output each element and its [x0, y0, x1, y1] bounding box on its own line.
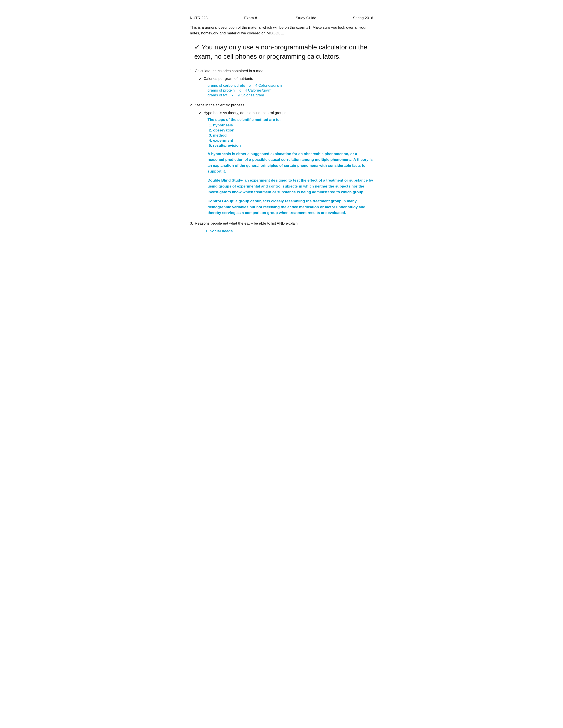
- document-header: NUTR 225 Exam #1 Study Guide Spring 2016: [190, 16, 373, 20]
- section-1-text: Calculate the calories contained in a me…: [195, 69, 264, 73]
- hypothesis-paragraph: A hypothesis is either a suggested expla…: [207, 151, 373, 174]
- calories-check-text: Calories per gram of nutrients: [203, 77, 253, 81]
- page-container: NUTR 225 Exam #1 Study Guide Spring 2016…: [177, 0, 386, 252]
- section-3-number: 3.: [190, 221, 193, 226]
- reasons-list: Social needs: [210, 229, 373, 233]
- section-1-title: 1. Calculate the calories contained in a…: [190, 69, 373, 73]
- double-blind-paragraph: Double Blind Study- an experiment design…: [207, 178, 373, 195]
- control-group-paragraph: Control Group: a group of subjects close…: [207, 198, 373, 216]
- calorie-row-carb: grams of carbohydrate x 4 Calories/gram: [207, 83, 373, 88]
- step-1: hypothesis: [213, 123, 373, 128]
- calories-check: Calories per gram of nutrients: [199, 77, 373, 81]
- step-5-label: results/revision: [213, 143, 241, 148]
- course-code: NUTR 225: [190, 16, 207, 20]
- calorie-table: grams of carbohydrate x 4 Calories/gram …: [207, 83, 373, 98]
- section-2-title: 2. Steps in the scientific process: [190, 103, 373, 107]
- step-1-label: hypothesis: [213, 123, 233, 127]
- step-3: method: [213, 133, 373, 138]
- hypothesis-check-text: Hypothesis vs theory, double blind, cont…: [203, 111, 287, 115]
- steps-list: hypothesis observation method experiment…: [213, 123, 373, 148]
- calorie-carb-text: grams of carbohydrate x 4 Calories/gram: [207, 83, 282, 88]
- guide-label: Study Guide: [296, 16, 317, 20]
- scientific-steps-container: The steps of the scientific method are t…: [207, 118, 373, 148]
- reason-1: Social needs: [210, 229, 373, 233]
- section-2-number: 2.: [190, 103, 193, 107]
- section-3-text: Reasons people eat what the eat – be abl…: [195, 221, 298, 226]
- section-2: 2. Steps in the scientific process Hypot…: [190, 103, 373, 216]
- step-3-label: method: [213, 133, 226, 137]
- top-border: [190, 9, 373, 9]
- steps-header: The steps of the scientific method are t…: [207, 118, 373, 122]
- section-1: 1. Calculate the calories contained in a…: [190, 69, 373, 98]
- step-2: observation: [213, 128, 373, 133]
- calorie-protein-text: grams of protein x 4 Calories/gram: [207, 88, 271, 93]
- calorie-row-fat: grams of fat x 9 Calories/gram: [207, 93, 373, 98]
- section-1-number: 1.: [190, 69, 193, 73]
- step-4: experiment: [213, 138, 373, 143]
- section-3: 3. Reasons people eat what the eat – be …: [190, 221, 373, 233]
- calorie-row-protein: grams of protein x 4 Calories/gram: [207, 88, 373, 93]
- exam-label: Exam #1: [244, 16, 259, 20]
- reason-1-label: Social needs: [210, 229, 233, 233]
- reasons-list-container: Social needs: [207, 229, 373, 233]
- term-label: Spring 2016: [353, 16, 373, 20]
- hypothesis-check: Hypothesis vs theory, double blind, cont…: [199, 111, 373, 115]
- calculator-note: You may only use a non-programmable calc…: [190, 43, 373, 61]
- step-5: results/revision: [213, 143, 373, 148]
- section-2-text: Steps in the scientific process: [195, 103, 244, 107]
- section-3-title: 3. Reasons people eat what the eat – be …: [190, 221, 373, 226]
- intro-paragraph: This is a general description of the mat…: [190, 25, 373, 36]
- step-2-label: observation: [213, 128, 234, 132]
- step-4-label: experiment: [213, 138, 233, 143]
- calorie-fat-text: grams of fat x 9 Calories/gram: [207, 93, 264, 98]
